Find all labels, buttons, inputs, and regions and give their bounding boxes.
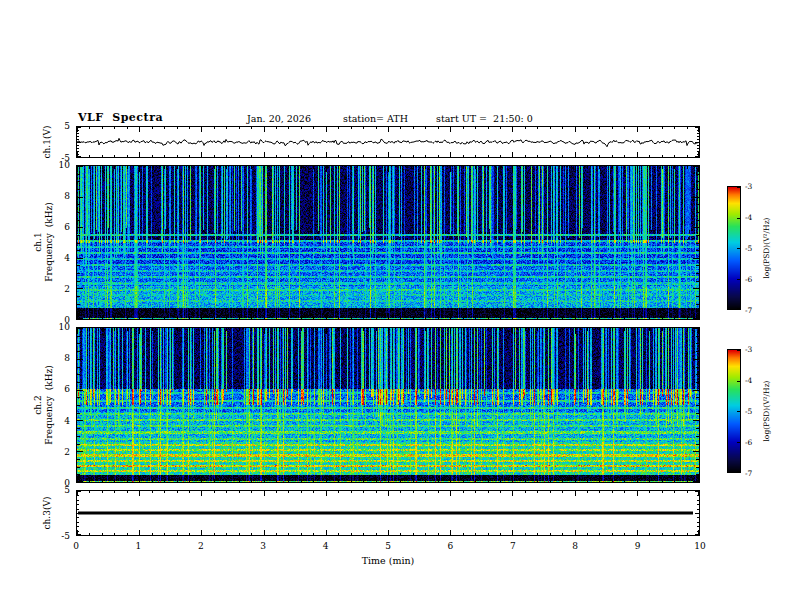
ch2-frequency-axis-label-line1: ch.2 — [33, 395, 44, 414]
ch1-freq-tick-label: 6 — [48, 222, 70, 232]
colorbar1-tick-label: -4 — [745, 213, 763, 223]
colorbar1-canvas — [728, 187, 740, 309]
x-tick-label: 3 — [253, 541, 273, 551]
ch2-spectrogram-panel — [76, 327, 700, 483]
plot-title: VLF Spectra — [78, 111, 163, 124]
ch3-volt-tick-label: 5 — [48, 485, 70, 495]
ch1-spectrogram-panel — [76, 165, 700, 320]
colorbar1 — [727, 186, 741, 310]
ch2-freq-tick-label: 10 — [48, 322, 70, 332]
vlf-spectra-figure: VLF Spectra Jan. 20, 2026 station= ATH s… — [0, 0, 792, 612]
colorbar2-tick-label: -3 — [745, 345, 763, 355]
x-tick-label: 5 — [378, 541, 398, 551]
x-tick-label: 7 — [503, 541, 523, 551]
colorbar2-tick-label: -4 — [745, 376, 763, 386]
ch3-volt-tick-label: -5 — [48, 531, 70, 541]
ch2-freq-tick-label: 8 — [48, 353, 70, 363]
time-axis-label: Time (min) — [338, 555, 438, 566]
colorbar2 — [727, 349, 741, 473]
ch1-frequency-axis-label-line1: ch.1 — [33, 232, 44, 251]
colorbar1-tick-label: -7 — [745, 306, 763, 316]
x-tick-label: 8 — [565, 541, 585, 551]
ch1-waveform-panel — [76, 126, 700, 158]
ch2-spectrogram-canvas — [77, 328, 699, 482]
x-tick-label: 9 — [628, 541, 648, 551]
ch1-freq-tick-label: 2 — [48, 284, 70, 294]
colorbar1-tick-label: -3 — [745, 182, 763, 192]
colorbar2-tick-label: -6 — [745, 438, 763, 448]
station-label: station= ATH — [343, 113, 408, 124]
colorbar1-tick-label: -6 — [745, 275, 763, 285]
colorbar2-tick-label: -5 — [745, 407, 763, 417]
ch3-voltage-axis-label-text: ch.3(V) — [42, 497, 53, 530]
ch1-waveform-canvas — [77, 127, 699, 157]
x-tick-label: 2 — [191, 541, 211, 551]
ch2-freq-tick-label: 6 — [48, 384, 70, 394]
ch1-freq-tick-label: 4 — [48, 253, 70, 263]
ch2-freq-tick-label: 2 — [48, 447, 70, 457]
x-tick-label: 10 — [690, 541, 710, 551]
colorbar1-tick-label: -5 — [745, 244, 763, 254]
start-ut-label: start UT = 21:50: 0 — [436, 113, 533, 124]
date-label: Jan. 20, 2026 — [247, 113, 311, 124]
x-tick-label: 0 — [66, 541, 86, 551]
ch1-freq-tick-label: 8 — [48, 191, 70, 201]
colorbar2-tick-label: -7 — [745, 469, 763, 479]
ch2-freq-tick-label: 4 — [48, 416, 70, 426]
ch3-waveform-canvas — [77, 491, 699, 535]
ch1-spectrogram-canvas — [77, 166, 699, 319]
ch3-waveform-panel — [76, 490, 700, 536]
x-tick-label: 6 — [440, 541, 460, 551]
ch1-frequency-axis-label-line2: Frequency (kHz) — [44, 202, 55, 281]
x-tick-label: 4 — [316, 541, 336, 551]
x-tick-label: 1 — [128, 541, 148, 551]
ch2-frequency-axis-label-line2: Frequency (kHz) — [44, 365, 55, 444]
ch1-volt-tick-label: -5 — [48, 153, 70, 163]
ch1-volt-tick-label: 5 — [48, 121, 70, 131]
colorbar2-canvas — [728, 350, 740, 472]
